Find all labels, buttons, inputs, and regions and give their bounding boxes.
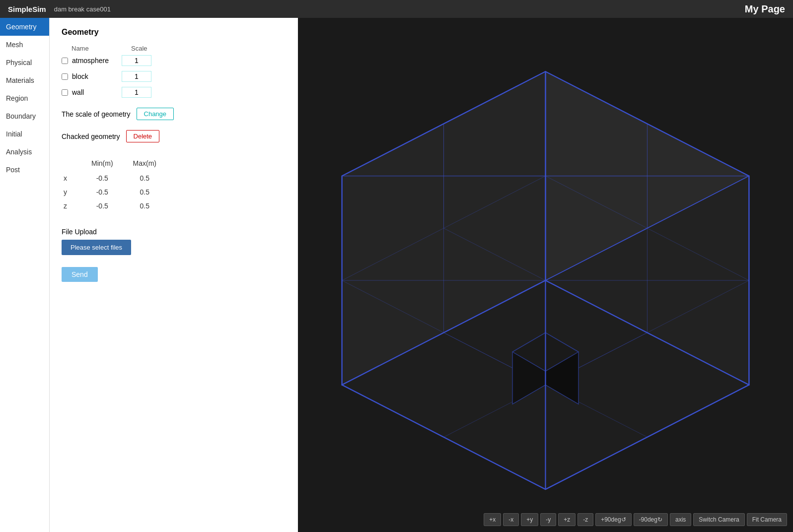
toolbar-btn-plus-90deg[interactable]: +90deg↺ bbox=[595, 513, 631, 526]
viewport: +x-x+y-y+z-z+90deg↺-90deg↻axisSwitch Cam… bbox=[298, 18, 793, 532]
sidebar-item-post[interactable]: Post bbox=[0, 161, 49, 179]
geo-scale-wall[interactable] bbox=[122, 87, 151, 98]
sidebar-item-mesh[interactable]: Mesh bbox=[0, 36, 49, 54]
bounds-axis-z: z bbox=[62, 199, 81, 213]
bounds-axis-x: x bbox=[62, 171, 81, 185]
bounds-min-z: -0.5 bbox=[81, 199, 123, 213]
geometry-table: Name Scale atmosphereblockwall bbox=[62, 45, 286, 98]
toolbar-btn-axis[interactable]: axis bbox=[670, 513, 691, 526]
geo-row-block: block bbox=[62, 71, 286, 82]
delete-section: Chacked geometry Delete bbox=[62, 130, 286, 142]
file-upload-section: File Upload Please select files bbox=[62, 228, 286, 255]
delete-button[interactable]: Delete bbox=[126, 130, 160, 142]
geo-row-wall: wall bbox=[62, 87, 286, 98]
sidebar-item-analysis[interactable]: Analysis bbox=[0, 143, 49, 161]
toolbar-btn-minus-y[interactable]: -y bbox=[540, 513, 556, 526]
geo-rows-container: atmosphereblockwall bbox=[62, 55, 286, 98]
bounds-table: Min(m) Max(m) x-0.50.5y-0.50.5z-0.50.5 bbox=[62, 157, 286, 213]
sidebar-item-region[interactable]: Region bbox=[0, 89, 49, 107]
toolbar-btn-plus-z[interactable]: +z bbox=[558, 513, 576, 526]
bounds-max-y: 0.5 bbox=[123, 185, 166, 199]
geo-table-header: Name Scale bbox=[62, 45, 286, 52]
col-scale-header: Scale bbox=[131, 45, 147, 52]
bounds-row-x: x-0.50.5 bbox=[62, 171, 166, 185]
bounds-row-z: z-0.50.5 bbox=[62, 199, 166, 213]
change-button[interactable]: Change bbox=[137, 108, 174, 120]
toolbar-btn-minus-90deg[interactable]: -90deg↻ bbox=[634, 513, 668, 526]
sidebar-item-physical[interactable]: Physical bbox=[0, 54, 49, 71]
delete-label: Chacked geometry bbox=[62, 133, 120, 140]
main-layout: GeometryMeshPhysicalMaterialsRegionBound… bbox=[0, 18, 793, 532]
bounds-axis-y: y bbox=[62, 185, 81, 199]
col-name-header: Name bbox=[72, 45, 131, 52]
left-panel: Geometry Name Scale atmosphereblockwall … bbox=[50, 18, 298, 532]
3d-viewport-svg bbox=[298, 18, 793, 532]
geo-checkbox-wall[interactable] bbox=[62, 89, 68, 96]
sidebar-item-materials[interactable]: Materials bbox=[0, 71, 49, 89]
geo-name-wall: wall bbox=[72, 88, 122, 96]
geo-checkbox-atmosphere[interactable] bbox=[62, 58, 68, 64]
scale-label: The scale of geometry bbox=[62, 110, 131, 118]
scale-section: The scale of geometry Change bbox=[62, 108, 286, 120]
bounds-max-header: Max(m) bbox=[123, 157, 166, 171]
toolbar-btn-switch-camera[interactable]: Switch Camera bbox=[693, 513, 744, 526]
sidebar-item-geometry[interactable]: Geometry bbox=[0, 18, 49, 36]
select-files-button[interactable]: Please select files bbox=[62, 240, 131, 255]
content-area: Geometry Name Scale atmosphereblockwall … bbox=[50, 18, 793, 532]
bounds-row-y: y-0.50.5 bbox=[62, 185, 166, 199]
send-button[interactable]: Send bbox=[62, 267, 98, 282]
geo-scale-atmosphere[interactable] bbox=[122, 55, 151, 66]
toolbar-btn-plus-y[interactable]: +y bbox=[521, 513, 538, 526]
file-upload-label: File Upload bbox=[62, 228, 286, 236]
app-name: SimpleSim bbox=[8, 5, 46, 13]
my-page-label: My Page bbox=[745, 3, 785, 15]
sidebar-item-boundary[interactable]: Boundary bbox=[0, 107, 49, 125]
geo-scale-block[interactable] bbox=[122, 71, 151, 82]
bounds-min-y: -0.5 bbox=[81, 185, 123, 199]
bounds-min-x: -0.5 bbox=[81, 171, 123, 185]
header: SimpleSim dam break case001 My Page bbox=[0, 0, 793, 18]
bounds-axis-header bbox=[62, 157, 81, 171]
bounds-max-z: 0.5 bbox=[123, 199, 166, 213]
geo-row-atmosphere: atmosphere bbox=[62, 55, 286, 66]
bounds-min-header: Min(m) bbox=[81, 157, 123, 171]
geo-name-block: block bbox=[72, 72, 122, 80]
geo-name-atmosphere: atmosphere bbox=[72, 57, 122, 65]
viewport-toolbar: +x-x+y-y+z-z+90deg↺-90deg↻axisSwitch Cam… bbox=[484, 513, 787, 526]
toolbar-btn-minus-x[interactable]: -x bbox=[503, 513, 519, 526]
bounds-max-x: 0.5 bbox=[123, 171, 166, 185]
toolbar-btn-minus-z[interactable]: -z bbox=[577, 513, 593, 526]
geo-checkbox-block[interactable] bbox=[62, 73, 68, 80]
section-title: Geometry bbox=[62, 28, 286, 37]
sidebar-item-initial[interactable]: Initial bbox=[0, 125, 49, 143]
sidebar: GeometryMeshPhysicalMaterialsRegionBound… bbox=[0, 18, 50, 532]
toolbar-btn-fit-camera[interactable]: Fit Camera bbox=[747, 513, 787, 526]
toolbar-btn-plus-x[interactable]: +x bbox=[484, 513, 501, 526]
case-name: dam break case001 bbox=[54, 5, 111, 13]
